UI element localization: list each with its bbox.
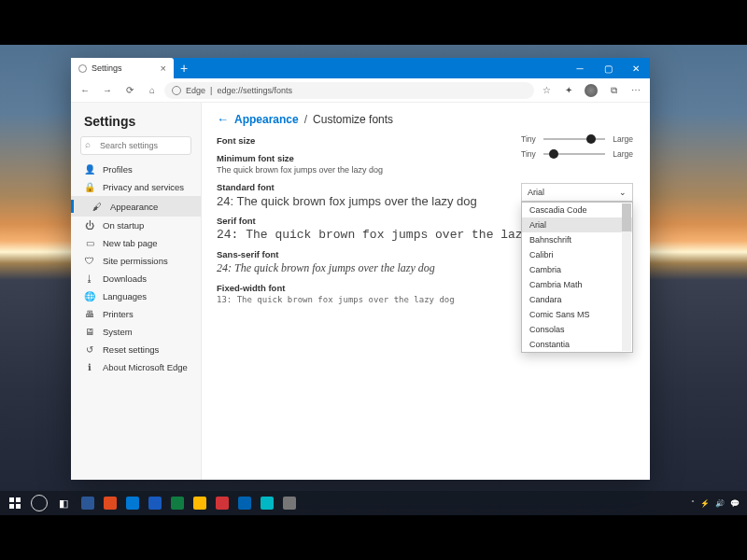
system-tray[interactable]: ˄ ⚡ 🔊 💬 [691, 499, 743, 508]
brush-icon: 🖌 [92, 202, 103, 212]
taskbar-app-excel[interactable] [166, 492, 189, 514]
sidebar-item-reset-settings[interactable]: ↺Reset settings [71, 341, 201, 358]
sidebar-item-new-tab-page[interactable]: ▭New tab page [71, 234, 201, 252]
font-option[interactable]: Cascadia Code [522, 203, 632, 217]
slider-large-label: Large [613, 134, 633, 144]
app-icon [283, 497, 296, 510]
collections-button[interactable]: ⧉ [603, 84, 624, 97]
notifications-icon[interactable]: 💬 [730, 499, 740, 508]
back-icon[interactable]: ← [217, 112, 229, 126]
slider-tiny-label: Tiny [521, 149, 536, 159]
font-option[interactable]: Constantia [522, 337, 632, 352]
taskbar-app-outlook[interactable] [121, 492, 144, 514]
app-icon [261, 497, 274, 510]
power-icon: ⏻ [84, 220, 95, 231]
font-dropdown-selected[interactable]: Arial ⌄ [521, 183, 633, 202]
sidebar-item-languages[interactable]: 🌐Languages [71, 287, 201, 305]
taskbar-app-edge[interactable] [233, 492, 256, 514]
url-host: Edge [186, 86, 205, 95]
minimize-button[interactable]: ─ [566, 58, 594, 78]
start-button[interactable] [4, 492, 26, 514]
sidebar-item-downloads[interactable]: ⭳Downloads [71, 270, 201, 287]
font-option[interactable]: Bahnschrift [522, 232, 632, 247]
close-window-button[interactable]: ✕ [622, 58, 650, 78]
sidebar-item-on-startup[interactable]: ⏻On startup [71, 217, 201, 234]
app-icon [216, 497, 229, 510]
font-option[interactable]: Cambria Math [522, 277, 632, 292]
taskbar-app-office[interactable] [99, 492, 121, 514]
font-dropdown-value: Arial [528, 188, 544, 197]
search-button[interactable] [28, 492, 50, 514]
avatar [585, 84, 598, 97]
taskbar-app-app[interactable] [211, 492, 233, 514]
shield-icon: 🛡 [84, 256, 95, 266]
refresh-button[interactable]: ⟳ [120, 85, 140, 95]
sidebar-item-profiles[interactable]: 👤Profiles [71, 161, 201, 178]
task-view-button[interactable]: ◧ [52, 492, 75, 514]
taskbar-app-store[interactable] [77, 492, 99, 514]
forward-button[interactable]: → [97, 85, 118, 95]
address-bar: ← → ⟳ ⌂ Edge | edge://settings/fonts ☆ ✦… [71, 78, 650, 103]
tray-chevron-icon[interactable]: ˄ [691, 499, 695, 508]
sidebar-item-privacy-and-services[interactable]: 🔒Privacy and services [71, 178, 201, 196]
network-icon[interactable]: ⚡ [700, 499, 710, 508]
font-size-slider[interactable]: Tiny Large [521, 134, 633, 144]
sidebar-item-appearance[interactable]: 🖌Appearance [71, 196, 201, 217]
browser-tab[interactable]: Settings × [71, 58, 174, 78]
search-icon: ⌕ [85, 139, 91, 149]
chevron-down-icon: ⌄ [619, 188, 627, 197]
sidebar-item-site-permissions[interactable]: 🛡Site permissions [71, 252, 201, 270]
taskbar-app-word[interactable] [144, 492, 166, 514]
new-tab-button[interactable]: + [174, 58, 194, 78]
maximize-button[interactable]: ▢ [594, 58, 622, 78]
volume-icon[interactable]: 🔊 [715, 499, 725, 508]
font-option[interactable]: Calibri [522, 247, 632, 262]
titlebar: Settings × + ─ ▢ ✕ [71, 58, 650, 78]
taskbar: ◧ ˄ ⚡ 🔊 💬 [0, 491, 747, 515]
sidebar-item-printers[interactable]: 🖶Printers [71, 305, 201, 323]
slider-tiny-label: Tiny [521, 134, 536, 144]
menu-button[interactable]: ⋯ [626, 84, 646, 97]
taskbar-app-explorer[interactable] [189, 492, 211, 514]
sidebar-item-label: Site permissions [103, 256, 168, 266]
breadcrumb-parent[interactable]: Appearance [234, 113, 299, 126]
settings-sidebar: Settings ⌕ 👤Profiles🔒Privacy and service… [71, 103, 202, 480]
home-button[interactable]: ⌂ [142, 85, 162, 95]
font-dropdown-list: Cascadia CodeArialBahnschriftCalibriCamb… [521, 202, 633, 353]
profile-button[interactable] [581, 84, 601, 97]
scrollbar-thumb[interactable] [622, 203, 631, 231]
url-field[interactable]: Edge | edge://settings/fonts [164, 82, 534, 99]
taskbar-app-chat[interactable] [256, 492, 278, 514]
sidebar-item-label: New tab page [103, 238, 158, 248]
min-font-size-slider[interactable]: Tiny Large [521, 149, 633, 159]
search-input[interactable] [80, 136, 191, 155]
sidebar-item-label: Downloads [103, 273, 147, 284]
system-icon: 🖥 [84, 327, 95, 337]
slider-thumb[interactable] [549, 149, 558, 159]
sidebar-item-about-microsoft-edge[interactable]: ℹAbout Microsoft Edge [71, 358, 201, 376]
sidebar-item-system[interactable]: 🖥System [71, 323, 201, 341]
breadcrumb-separator: / [304, 113, 307, 126]
slider-thumb[interactable] [586, 134, 596, 144]
favorites-list-button[interactable]: ✦ [558, 84, 579, 97]
globe-icon: 🌐 [84, 291, 95, 301]
svg-rect-2 [9, 504, 14, 509]
favorite-button[interactable]: ☆ [536, 84, 557, 97]
search-icon [31, 495, 48, 511]
font-option[interactable]: Arial [522, 217, 632, 232]
app-icon [193, 497, 206, 510]
sidebar-item-label: About Microsoft Edge [103, 362, 188, 372]
app-icon [81, 497, 94, 510]
font-option[interactable]: Candara [522, 292, 632, 307]
font-option[interactable]: Cambria [522, 262, 632, 277]
app-icon [104, 497, 117, 510]
back-button[interactable]: ← [75, 85, 95, 95]
app-icon [238, 497, 251, 510]
browser-window: Settings × + ─ ▢ ✕ ← → ⟳ ⌂ Edge | edge:/… [71, 58, 650, 480]
close-tab-icon[interactable]: × [161, 63, 166, 74]
sidebar-item-label: Profiles [103, 164, 133, 175]
font-option[interactable]: Consolas [522, 322, 632, 337]
font-option[interactable]: Comic Sans MS [522, 307, 632, 322]
taskbar-app-settings[interactable] [278, 492, 301, 514]
sidebar-item-label: On startup [103, 220, 144, 231]
